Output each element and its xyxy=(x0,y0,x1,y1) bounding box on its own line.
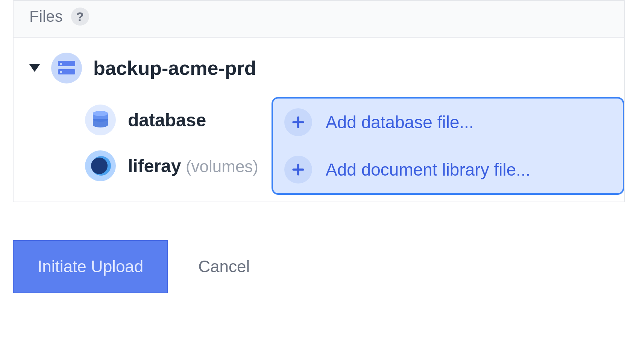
panel-title: Files xyxy=(29,8,63,26)
add-database-label: Add database file... xyxy=(326,112,474,132)
plus-icon xyxy=(284,108,312,136)
initiate-upload-button[interactable]: Initiate Upload xyxy=(13,240,168,293)
liferay-sublabel: (volumes) xyxy=(186,157,258,176)
svg-rect-1 xyxy=(60,63,62,65)
help-icon[interactable]: ? xyxy=(71,8,89,26)
tree-child-database: database xyxy=(14,97,272,143)
files-panel: Files ? backup-acme-prd xyxy=(13,0,625,202)
svg-rect-3 xyxy=(60,71,62,73)
panel-body: backup-acme-prd database xyxy=(14,38,624,202)
tree-root-row: backup-acme-prd xyxy=(14,53,624,97)
add-actions-highlight: Add database file... Add document librar… xyxy=(272,97,624,195)
add-doclib-label: Add document library file... xyxy=(326,159,531,180)
children-container: database liferay (volumes) xyxy=(14,97,624,195)
liferay-icon xyxy=(85,150,116,181)
root-label: backup-acme-prd xyxy=(93,57,256,79)
cancel-button[interactable]: Cancel xyxy=(198,257,250,276)
add-database-file-button[interactable]: Add database file... xyxy=(273,99,623,146)
add-document-library-file-button[interactable]: Add document library file... xyxy=(273,146,623,193)
plus-icon xyxy=(284,156,312,184)
caret-down-icon[interactable] xyxy=(29,64,40,72)
database-icon xyxy=(85,105,116,135)
database-label: database xyxy=(128,110,206,130)
svg-point-7 xyxy=(91,158,108,174)
panel-header: Files ? xyxy=(14,1,624,38)
liferay-label: liferay xyxy=(128,156,181,176)
action-bar: Initiate Upload Cancel xyxy=(0,202,625,293)
svg-point-5 xyxy=(93,111,108,116)
server-icon xyxy=(51,53,82,83)
tree-child-liferay: liferay (volumes) xyxy=(14,143,272,189)
